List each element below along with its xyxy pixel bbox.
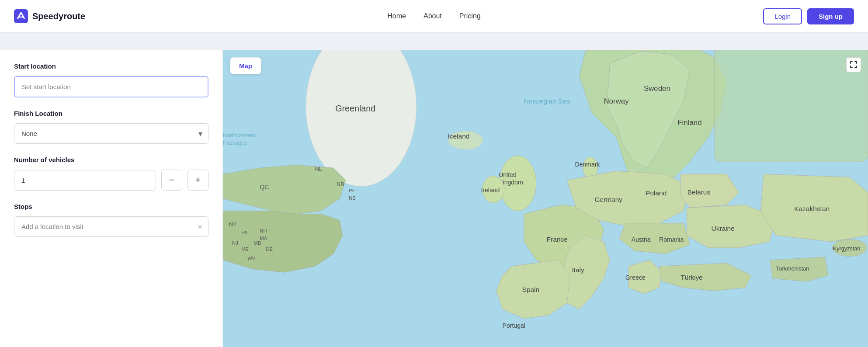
left-panel: Start location Finish Location None Same… [0, 50, 223, 347]
stops-clear-icon[interactable]: × [198, 222, 202, 231]
svg-text:Ukraine: Ukraine [712, 225, 735, 232]
vehicles-increment-button[interactable]: + [187, 170, 208, 191]
svg-text:Spain: Spain [522, 286, 540, 293]
svg-text:NY: NY [229, 222, 237, 228]
svg-text:PA: PA [241, 230, 248, 235]
svg-text:Sweden: Sweden [644, 84, 670, 93]
svg-text:ME: ME [241, 246, 249, 252]
map-view-button[interactable]: Map [230, 57, 261, 74]
header-actions: Login Sign up [763, 8, 854, 24]
svg-text:Turkmenistan: Turkmenistan [776, 266, 809, 272]
map-svg: Barents Sea Kara Sea Norwegian Sea Labra… [223, 50, 868, 347]
login-button[interactable]: Login [763, 8, 802, 24]
nav-about[interactable]: About [424, 10, 442, 22]
svg-text:Kyrgyzstan: Kyrgyzstan [833, 246, 861, 252]
signup-button[interactable]: Sign up [807, 8, 854, 24]
svg-text:Italy: Italy [572, 266, 584, 274]
finish-location-label: Finish Location [14, 110, 208, 117]
svg-text:Kazakhstan: Kazakhstan [794, 205, 830, 212]
finish-location-select[interactable]: None Same as start Custom [14, 123, 208, 144]
svg-rect-15 [715, 50, 868, 162]
logo-icon [14, 9, 28, 23]
nav-home[interactable]: Home [387, 10, 406, 22]
svg-text:Denmark: Denmark [575, 161, 600, 168]
svg-text:Portugal: Portugal [503, 322, 525, 329]
map-container: Barents Sea Kara Sea Norwegian Sea Labra… [223, 50, 868, 347]
svg-text:PE: PE [349, 188, 355, 193]
svg-text:MD: MD [253, 240, 261, 246]
svg-text:Passages: Passages [223, 140, 247, 146]
stops-input[interactable] [14, 216, 208, 237]
svg-text:Norwegian Sea: Norwegian Sea [524, 97, 570, 105]
svg-text:Norway: Norway [604, 97, 629, 105]
vehicles-row: − + [14, 170, 208, 191]
svg-text:Belarus: Belarus [687, 188, 711, 196]
start-location-section: Start location [14, 62, 208, 97]
svg-text:NB: NB [337, 181, 344, 187]
svg-text:Ireland: Ireland [481, 187, 500, 194]
svg-text:Türkiye: Türkiye [681, 274, 703, 281]
stops-section: Stops × [14, 203, 208, 237]
header: Speedyroute Home About Pricing Login Sig… [0, 0, 868, 33]
svg-text:QC: QC [260, 184, 269, 191]
main-nav: Home About Pricing [387, 10, 480, 22]
svg-text:Austria: Austria [632, 236, 651, 243]
map-fullscreen-button[interactable] [846, 57, 861, 72]
svg-text:MA: MA [260, 236, 267, 241]
main-content: Start location Finish Location None Same… [0, 50, 868, 347]
map-area: Barents Sea Kara Sea Norwegian Sea Labra… [223, 50, 868, 347]
svg-text:Poland: Poland [646, 189, 667, 197]
vehicles-input[interactable] [14, 170, 156, 191]
vehicles-section: Number of vehicles − + [14, 156, 208, 191]
vehicles-decrement-button[interactable]: − [161, 170, 182, 191]
start-location-label: Start location [14, 62, 208, 70]
svg-text:Greenland: Greenland [335, 104, 375, 113]
svg-text:NL: NL [315, 166, 322, 172]
svg-text:Finland: Finland [677, 118, 701, 127]
svg-text:Iceland: Iceland [448, 132, 469, 140]
svg-text:Germany: Germany [594, 196, 622, 203]
svg-text:Romania: Romania [659, 236, 684, 243]
svg-text:Northwestern: Northwestern [223, 132, 256, 139]
vehicles-label: Number of vehicles [14, 156, 208, 163]
stops-input-wrapper: × [14, 216, 208, 237]
logo[interactable]: Speedyroute [14, 9, 85, 23]
finish-location-section: Finish Location None Same as start Custo… [14, 110, 208, 144]
svg-text:United: United [499, 171, 517, 178]
svg-text:DE: DE [266, 246, 273, 252]
subheader-bar [0, 33, 868, 50]
fullscreen-icon [850, 61, 858, 69]
stops-label: Stops [14, 203, 208, 210]
svg-text:WV: WV [247, 256, 256, 261]
svg-text:France: France [547, 236, 568, 243]
svg-rect-0 [14, 9, 28, 23]
svg-text:NJ: NJ [232, 240, 238, 246]
svg-text:NH: NH [260, 228, 267, 233]
start-location-input[interactable] [14, 76, 208, 97]
svg-text:Greece: Greece [625, 274, 646, 281]
logo-text: Speedyroute [32, 11, 85, 21]
finish-select-wrapper: None Same as start Custom ▾ [14, 123, 208, 144]
svg-text:NS: NS [349, 195, 356, 201]
nav-pricing[interactable]: Pricing [459, 10, 481, 22]
